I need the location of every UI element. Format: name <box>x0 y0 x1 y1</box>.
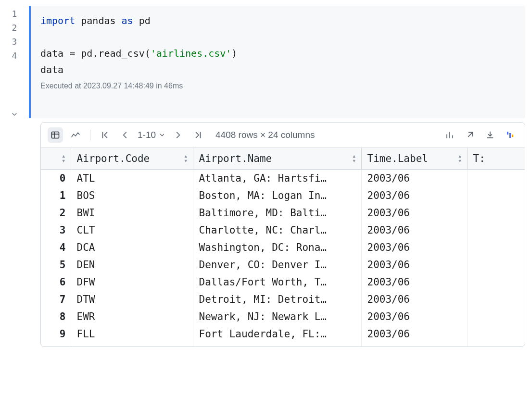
cell-airport-name: Fort Lauderdale, FL:… <box>193 325 361 346</box>
first-page-icon <box>101 131 109 139</box>
line-number: 2 <box>0 21 29 35</box>
table-row[interactable]: 1BOSBoston, MA: Logan In…2003/06 <box>41 187 525 204</box>
line-chart-icon <box>71 130 80 140</box>
table-row[interactable]: 9FLLFort Lauderdale, FL:…2003/06 <box>41 325 525 346</box>
sort-icon: ▴▾ <box>62 154 65 163</box>
cell-truncated <box>467 170 525 187</box>
cell-time-label: 2003/06 <box>361 222 467 239</box>
code-cell[interactable]: import pandas as pd data = pd.read_csv('… <box>29 6 525 118</box>
datalore-icon <box>506 131 515 139</box>
cell-airport-code: CLT <box>71 222 193 239</box>
index-header[interactable]: ▴▾ <box>41 148 71 170</box>
row-index: 7 <box>41 291 71 308</box>
table-row[interactable]: 7DTWDetroit, MI: Detroit…2003/06 <box>41 291 525 308</box>
code-line <box>40 29 516 45</box>
code-line: data = pd.read_csv('airlines.csv') <box>40 45 516 62</box>
table-row[interactable]: 2BWIBaltimore, MD: Balti…2003/06 <box>41 204 525 222</box>
svg-rect-3 <box>52 132 59 138</box>
statistics-button[interactable] <box>442 127 457 143</box>
table-row[interactable]: 8EWRNewark, NJ: Newark L…2003/06 <box>41 308 525 325</box>
download-button[interactable] <box>482 127 498 143</box>
sort-icon: ▴▾ <box>458 154 462 163</box>
next-page-button[interactable] <box>170 127 186 143</box>
cell-truncated <box>467 204 525 222</box>
bar-chart-icon <box>445 130 455 140</box>
line-number: 3 <box>0 35 29 49</box>
datalore-button[interactable] <box>503 127 518 143</box>
cell-truncated <box>467 308 525 325</box>
cell-time-label: 2003/06 <box>361 325 467 346</box>
output-frame: 1-10 4408 rows × 24 columns <box>40 122 525 347</box>
line-number: 1 <box>0 7 29 21</box>
chart-view-button[interactable] <box>68 127 83 143</box>
cell-truncated <box>467 273 525 291</box>
execution-status: Executed at 2023.09.27 14:48:49 in 46ms <box>40 82 516 90</box>
cell-time-label: 2003/06 <box>361 170 467 187</box>
collapse-toggle[interactable] <box>0 111 29 118</box>
svg-rect-7 <box>509 133 511 138</box>
cell-truncated <box>467 239 525 256</box>
first-page-button[interactable] <box>97 127 113 143</box>
code-line: import pandas as pd <box>40 12 516 29</box>
cell-airport-code: BWI <box>71 204 193 222</box>
cell-airport-code: ATL <box>71 170 193 187</box>
cell-airport-code: FLL <box>71 325 193 346</box>
page-range-selector[interactable]: 1-10 <box>138 130 165 140</box>
chevron-down-icon <box>159 132 165 138</box>
table-row[interactable]: 4DCAWashington, DC: Rona…2003/06 <box>41 239 525 256</box>
chevron-right-icon <box>174 131 182 139</box>
last-page-icon <box>194 131 202 139</box>
svg-rect-8 <box>512 135 513 137</box>
dataframe-toolbar: 1-10 4408 rows × 24 columns <box>41 123 525 148</box>
cell-truncated <box>467 187 525 204</box>
cell-time-label: 2003/06 <box>361 204 467 222</box>
cell-truncated <box>467 291 525 308</box>
table-row[interactable]: 3CLTCharlotte, NC: Charl…2003/06 <box>41 222 525 239</box>
row-index: 9 <box>41 325 71 346</box>
cell-airport-code: DEN <box>71 256 193 273</box>
cell-airport-name: Detroit, MI: Detroit… <box>193 291 361 308</box>
column-header-airport-code[interactable]: Airport.Code▴▾ <box>71 148 193 170</box>
cell-airport-name: Dallas/Fort Worth, T… <box>193 273 361 291</box>
output-container: 1-10 4408 rows × 24 columns <box>40 122 525 347</box>
cell-truncated <box>467 256 525 273</box>
open-external-button[interactable] <box>462 127 478 143</box>
svg-rect-6 <box>507 132 508 135</box>
table-icon <box>51 130 60 140</box>
cell-time-label: 2003/06 <box>361 256 467 273</box>
dataframe-table: ▴▾ Airport.Code▴▾ Airport.Name▴▾ Time.La… <box>41 148 525 346</box>
row-index: 4 <box>41 239 71 256</box>
row-index: 5 <box>41 256 71 273</box>
table-view-button[interactable] <box>48 127 63 143</box>
table-row[interactable]: 6DFWDallas/Fort Worth, T…2003/06 <box>41 273 525 291</box>
row-index: 0 <box>41 170 71 187</box>
cell-truncated <box>467 222 525 239</box>
column-header-time-label[interactable]: Time.Label▴▾ <box>361 148 467 170</box>
row-index: 8 <box>41 308 71 325</box>
cell-airport-code: DCA <box>71 239 193 256</box>
cell-airport-name: Denver, CO: Denver I… <box>193 256 361 273</box>
cell-airport-name: Newark, NJ: Newark L… <box>193 308 361 325</box>
column-header-truncated[interactable]: T: <box>467 148 525 170</box>
last-page-button[interactable] <box>190 127 206 143</box>
row-col-summary: 4408 rows × 24 columns <box>215 130 315 140</box>
table-row[interactable]: 5DENDenver, CO: Denver I…2003/06 <box>41 256 525 273</box>
code-line: data <box>40 62 516 78</box>
external-link-icon <box>466 131 474 139</box>
sort-icon: ▴▾ <box>184 154 188 163</box>
chevron-down-icon <box>11 111 18 118</box>
chevron-left-icon <box>121 131 129 139</box>
row-index: 1 <box>41 187 71 204</box>
line-number: 4 <box>0 49 29 62</box>
notebook-cell: 1 2 3 4 import pandas as pd data = pd.re… <box>0 0 531 118</box>
row-index: 3 <box>41 222 71 239</box>
cell-time-label: 2003/06 <box>361 239 467 256</box>
cell-time-label: 2003/06 <box>361 291 467 308</box>
cell-airport-name: Boston, MA: Logan In… <box>193 187 361 204</box>
cell-airport-code: BOS <box>71 187 193 204</box>
prev-page-button[interactable] <box>117 127 133 143</box>
cell-time-label: 2003/06 <box>361 187 467 204</box>
toolbar-divider <box>90 130 90 140</box>
table-row[interactable]: 0ATLAtlanta, GA: Hartsfi…2003/06 <box>41 170 525 187</box>
column-header-airport-name[interactable]: Airport.Name▴▾ <box>193 148 361 170</box>
